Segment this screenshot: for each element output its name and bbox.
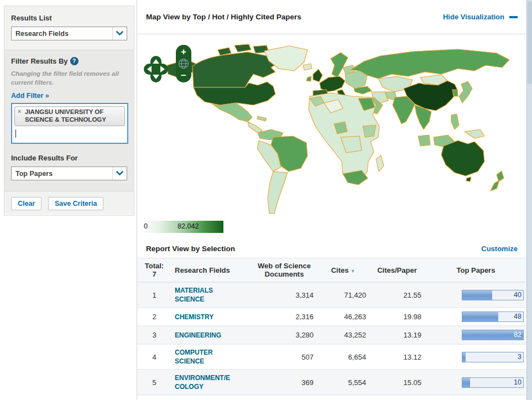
filter-sidebar: Results List Research Fields Filter Resu… [4,6,134,216]
legend-min: 0 [144,222,148,230]
actions-section: Clear Save Criteria [4,191,134,215]
chevron-down-icon[interactable] [112,167,127,180]
map-title: Map View by Top / Hot / Highly Cited Pap… [146,13,443,21]
col-documents: Web of Science Documents [252,258,317,282]
cites-per-paper-cell: 13.12 [369,344,425,370]
documents-cell: 410 [252,395,317,400]
field-cell: MATERIALSSCIENCE [171,282,252,308]
collapse-minus-icon [509,16,518,18]
total-header: Total: 7 [137,258,171,282]
text-cursor [15,129,16,138]
map-region-uk [313,69,322,82]
include-results-heading: Include Results For [11,154,127,162]
filter-input-box[interactable]: × JIANGSU UNIVERSITY OF SCIENCE & TECHNO… [11,103,128,144]
map-region-russia [351,49,509,79]
cites-cell: 3,233 [317,395,369,400]
map-region-argentina [268,172,288,214]
top-papers-value: 82 [514,331,521,339]
documents-cell: 3,314 [252,282,317,308]
cites-per-paper-cell: 13.19 [369,326,425,344]
remove-filter-icon[interactable]: × [18,108,21,116]
table-row: 6PLANT & ANIMALSCIENCE4103,2337.891 [137,395,527,400]
scrollbar-thumb[interactable] [528,1,532,84]
cites-cell: 43,252 [317,326,369,344]
chevron-down-icon[interactable] [112,27,127,40]
rank-cell: 2 [137,308,171,326]
include-results-dropdown[interactable]: Top Papers [11,167,127,180]
add-filter-link[interactable]: Add Filter » [11,92,49,100]
top-papers-cell: 3 [425,344,527,370]
top-papers-bar[interactable]: 3 [462,352,524,362]
col-top-papers: Top Papers [425,258,527,282]
research-field-link[interactable]: ENVIRONMENT/ECOLOGY [175,374,230,391]
research-field-link[interactable]: CHEMISTRY [175,313,213,321]
table-row: 4COMPUTERSCIENCE5076,65413.123 [137,344,527,370]
research-field-link[interactable]: COMPUTERSCIENCE [175,349,213,365]
clear-button[interactable]: Clear [11,197,41,210]
table-header-row: Total: 7 Research Fields Web of Science … [137,258,527,282]
map-region-japan [459,81,472,103]
rank-cell: 4 [137,344,171,370]
cites-per-paper-cell: 7.89 [369,395,425,400]
zoom-out-icon: − [181,70,186,81]
top-papers-cell: 48 [425,308,527,326]
cites-cell: 5,554 [317,370,369,395]
research-field-link[interactable]: ENGINEERING [175,331,221,339]
map-region-mexico [212,103,252,122]
field-cell: CHEMISTRY [171,308,252,326]
total-count: 7 [140,270,168,278]
hide-visualization-link[interactable]: Hide Visualization [443,13,518,21]
map-region-madagascar [376,155,384,172]
top-papers-value: 10 [514,378,521,386]
map-header: Map View by Top / Hot / Highly Cited Pap… [137,0,526,34]
filter-note: Changing the filter field removes all cu… [11,70,127,87]
table-row: 3ENGINEERING3,28043,25213.1982 [137,326,527,344]
rank-cell: 1 [137,282,171,308]
report-table: Total: 7 Research Fields Web of Science … [137,258,527,400]
legend-max: 82,042 [178,222,199,230]
col-cites-per-paper: Cites/Paper [369,258,425,282]
field-cell: ENGINEERING [171,326,252,344]
include-results-value: Top Papers [12,170,112,178]
top-papers-bar[interactable]: 40 [462,290,524,300]
map-region-new-zealand [497,171,504,181]
cites-per-paper-cell: 21.55 [369,282,425,308]
results-list-heading: Results List [11,14,127,22]
top-papers-bar[interactable]: 10 [462,377,524,388]
documents-cell: 3,280 [252,326,317,344]
top-papers-value: 3 [518,353,521,361]
cites-cell: 46,263 [317,308,369,326]
research-field-link[interactable]: MATERIALSSCIENCE [175,287,213,303]
report-title: Report View by Selection [146,245,481,253]
filter-tag-label: JIANGSU UNIVERSITY OF SCIENCE & TECHNOLO… [25,108,106,123]
vertical-scrollbar[interactable] [526,0,532,400]
cites-per-paper-cell: 15.05 [369,370,425,395]
table-row: 5ENVIRONMENT/ECOLOGY3695,55415.0510 [137,370,527,395]
filter-tag[interactable]: × JIANGSU UNIVERSITY OF SCIENCE & TECHNO… [14,106,125,126]
report-table-body: 1MATERIALSSCIENCE3,31471,42021.55402CHEM… [137,282,527,400]
map-region-iceland [303,64,312,70]
pan-control[interactable] [143,55,169,83]
map-region-new-zealand [491,180,499,191]
help-icon[interactable]: ? [70,57,79,65]
top-papers-bar[interactable]: 48 [462,311,524,322]
rank-cell: 3 [137,326,171,344]
cites-cell: 71,420 [317,282,369,308]
rank-cell: 6 [137,395,171,400]
table-row: 2CHEMISTRY2,31646,26319.9848 [137,308,527,326]
col-research-fields: Research Fields [171,258,252,282]
results-list-value: Research Fields [12,30,112,38]
customize-link[interactable]: Customize [481,245,518,253]
zoom-in-icon: + [181,46,186,57]
results-list-dropdown[interactable]: Research Fields [11,27,127,40]
table-row: 1MATERIALSSCIENCE3,31471,42021.5540 [137,282,527,308]
world-map[interactable] [165,43,513,228]
save-criteria-button[interactable]: Save Criteria [48,197,103,210]
top-papers-bar[interactable]: 82 [462,330,524,340]
field-cell: ENVIRONMENT/ECOLOGY [171,370,252,395]
map-region-philippines [451,114,459,129]
zoom-control[interactable]: + − [175,44,192,83]
filter-by-heading: Filter Results By? [11,57,127,65]
map-region-canada [192,52,278,87]
col-cites-sort[interactable]: Cites▼ [317,258,369,282]
